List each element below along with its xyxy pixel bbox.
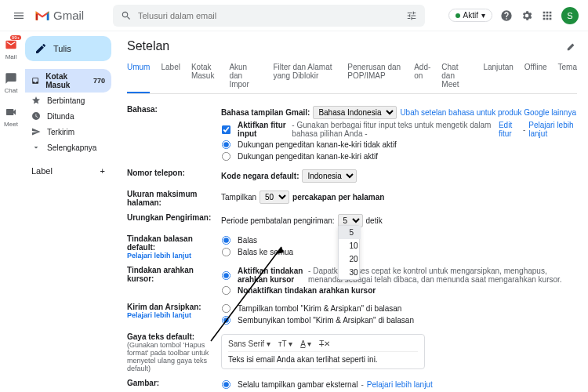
tab-inbox[interactable]: Kotak Masuk: [191, 58, 218, 93]
images-always-radio[interactable]: [222, 380, 230, 389]
rtl-off-radio[interactable]: [222, 140, 230, 149]
tab-offline[interactable]: Offline: [524, 58, 547, 93]
gear-icon[interactable]: [521, 9, 533, 22]
undo-option-10[interactable]: 10: [339, 239, 361, 252]
brand-text: Gmail: [53, 9, 84, 22]
search-icon: [121, 10, 132, 21]
language-label: Bahasa:: [127, 105, 221, 114]
mail-badge: 99+: [10, 35, 21, 40]
page-title: Setelan: [127, 39, 169, 53]
tab-advanced[interactable]: Lanjutan: [483, 58, 513, 93]
send-archive-label: Kirim dan Arsipkan: Pelajari lebih lanju…: [127, 303, 221, 319]
country-code-select[interactable]: Indonesia: [302, 169, 357, 183]
star-icon: [31, 96, 41, 105]
hover-off-radio[interactable]: [222, 286, 230, 295]
sidebar-item-starred[interactable]: Berbintang: [25, 93, 111, 108]
search-bar[interactable]: [113, 5, 425, 27]
hover-on-radio[interactable]: [222, 270, 230, 279]
tab-filters[interactable]: Filter dan Alamat yang Diblokir: [273, 58, 336, 93]
undo-option-30[interactable]: 30: [339, 266, 361, 279]
tab-accounts[interactable]: Akun dan Impor: [229, 58, 262, 93]
undo-option-5[interactable]: 5: [339, 226, 361, 239]
status-dot-icon: [456, 13, 460, 18]
reply-all-radio[interactable]: [222, 248, 230, 256]
font-selector[interactable]: Sans Serif ▾: [228, 339, 270, 348]
rail-mail[interactable]: 99+ Mail: [4, 38, 18, 60]
chat-icon: [4, 71, 18, 85]
rail-chat[interactable]: Chat: [4, 71, 18, 94]
search-input[interactable]: [138, 11, 406, 20]
apps-icon[interactable]: [541, 9, 554, 22]
phone-label: Nomor telepon:: [127, 169, 221, 177]
pagesize-label: Ukuran maksimum halaman:: [127, 190, 221, 207]
compose-button[interactable]: Tulis: [25, 36, 111, 61]
tab-chat[interactable]: Chat dan Meet: [441, 58, 472, 93]
hover-label: Tindakan arahkan kursor:: [127, 266, 221, 283]
rtl-on-radio[interactable]: [222, 152, 230, 161]
reply-radio[interactable]: [222, 236, 230, 245]
chevron-down-icon: [31, 143, 41, 152]
pagesize-select[interactable]: 50: [260, 191, 289, 204]
reply-learn-link[interactable]: Pelajari lebih lanjut: [127, 252, 221, 260]
plus-icon[interactable]: +: [100, 166, 105, 176]
text-style-preview: Sans Serif ▾ тT ▾ A ▾ T✕ Teks isi email …: [221, 334, 425, 369]
tab-themes[interactable]: Tema: [558, 58, 577, 93]
status-chip[interactable]: Aktif ▾: [448, 9, 492, 22]
textstyle-label: Gaya teks default: (Gunakan tombol 'Hapu…: [127, 332, 221, 372]
undo-option-20[interactable]: 20: [339, 252, 361, 266]
inbox-icon: [31, 76, 39, 85]
avatar[interactable]: S: [561, 7, 579, 24]
font-color-icon[interactable]: A ▾: [300, 339, 311, 348]
sidebar-labels-header: Label +: [25, 162, 111, 180]
enable-input-tools-checkbox[interactable]: [222, 125, 230, 133]
clear-format-icon[interactable]: T✕: [319, 339, 330, 348]
change-language-link[interactable]: Ubah setelan bahasa untuk produk Google …: [400, 108, 576, 117]
tab-general[interactable]: Umum: [127, 58, 150, 93]
sidebar-item-inbox[interactable]: Kotak Masuk 770: [25, 69, 111, 93]
meet-icon: [4, 105, 18, 119]
tune-icon[interactable]: [406, 10, 417, 21]
send-icon: [31, 127, 41, 136]
settings-tabs: Umum Label Kotak Masuk Akun dan Impor Fi…: [127, 58, 577, 94]
edit-icon[interactable]: [566, 41, 577, 52]
send-archive-show-radio[interactable]: [222, 304, 230, 313]
text-sample: Teks isi email Anda akan terlihat sepert…: [228, 355, 418, 364]
hamburger-menu-icon[interactable]: [9, 6, 28, 25]
compose-label: Tulis: [53, 44, 71, 53]
tab-forwarding[interactable]: Penerusan dan POP/IMAP: [347, 58, 403, 93]
undo-label: Urungkan Pengiriman:: [127, 213, 221, 222]
images-label: Gambar:: [127, 379, 221, 387]
send-archive-hide-radio[interactable]: [222, 316, 230, 325]
tab-addons[interactable]: Add-on: [414, 58, 430, 93]
tab-labels[interactable]: Label: [161, 58, 180, 93]
clock-icon: [31, 111, 41, 121]
sidebar-item-snoozed[interactable]: Ditunda: [25, 108, 111, 124]
rail-meet[interactable]: Meet: [4, 105, 18, 128]
mail-icon: 99+: [4, 38, 18, 52]
sidebar-item-more[interactable]: Selengkapnya: [25, 140, 111, 155]
font-size-icon[interactable]: тT ▾: [278, 339, 292, 348]
sidebar-item-sent[interactable]: Terkirim: [25, 124, 111, 140]
status-text: Aktif: [463, 11, 478, 20]
send-archive-learn-link[interactable]: Pelajari lebih lanjut: [127, 311, 221, 319]
reply-label: Tindakan balasan default: Pelajari lebih…: [127, 234, 221, 260]
undo-dropdown-popup: 5 10 20 30: [338, 225, 360, 280]
language-select[interactable]: Bahasa Indonesia: [313, 106, 397, 119]
chevron-down-icon: ▾: [481, 11, 485, 20]
gmail-logo: Gmail: [34, 9, 97, 22]
pencil-icon: [34, 42, 47, 55]
help-icon[interactable]: [500, 9, 513, 22]
